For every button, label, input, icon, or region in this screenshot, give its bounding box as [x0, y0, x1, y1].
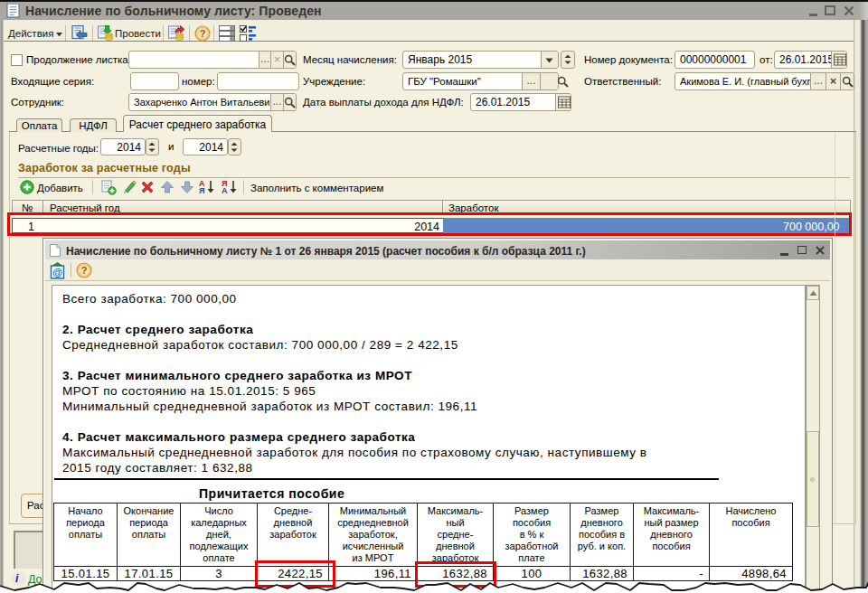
svg-text:?: ?: [81, 265, 88, 276]
svg-text:?: ?: [200, 28, 206, 39]
svg-text:@: @: [52, 267, 62, 278]
